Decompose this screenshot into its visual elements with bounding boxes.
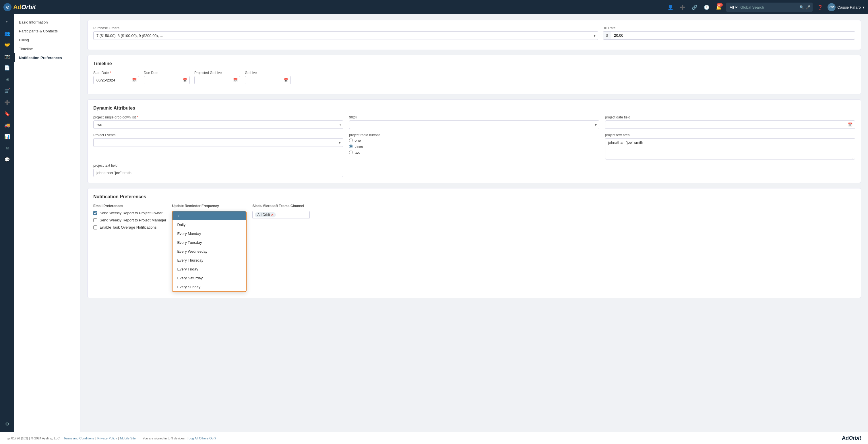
sidebar-icon-photo[interactable]: 📷 (2, 51, 12, 61)
start-date-calendar-icon[interactable]: 📅 (130, 76, 139, 84)
slack-channel-input[interactable]: Ad Orbit ✕ (252, 211, 310, 219)
radio-option-three[interactable]: three (349, 144, 599, 148)
footer-logo: AdOrbit (217, 435, 861, 441)
checkbox-weekly-manager[interactable]: Send Weekly Report to Project Manager (93, 218, 166, 222)
mic-icon[interactable]: 🎤 (806, 5, 810, 9)
radio-input-two[interactable] (349, 150, 353, 154)
dropdown-item-daily[interactable]: Daily (173, 220, 246, 229)
checkbox-input-task-overage[interactable] (93, 226, 97, 230)
help-nav-icon[interactable]: ❓ (815, 3, 825, 12)
dropdown-item-every-monday[interactable]: Every Monday (173, 229, 246, 238)
project-single-group: project single drop down list * two ▾ (93, 115, 343, 129)
radio-input-three[interactable] (349, 144, 353, 148)
add-nav-icon[interactable]: ➕ (678, 3, 687, 12)
footer-copyright: © 2024 Aysling, LLC. (31, 437, 61, 440)
sidebar-icon-settings[interactable]: ⚙ (2, 419, 12, 429)
projected-go-live-calendar-icon[interactable]: 📅 (231, 76, 240, 84)
project-text-field-input[interactable] (93, 169, 343, 177)
project-single-select-wrap: two ▾ (93, 121, 343, 129)
dropdown-item-every-wednesday[interactable]: Every Wednesday (173, 247, 246, 256)
sidebar-icon-chat[interactable]: 💬 (2, 154, 12, 165)
sidebar-icon-truck[interactable]: 🚚 (2, 120, 12, 130)
purchase-orders-dropdown-icon[interactable]: ▾ (591, 32, 598, 40)
purchase-orders-input[interactable] (94, 32, 591, 40)
project-events-dropdown-icon[interactable]: ▾ (336, 139, 343, 146)
nav-item-basic-information[interactable]: Basic Information (14, 18, 80, 27)
start-date-input[interactable] (94, 76, 130, 84)
project-events-input[interactable] (94, 139, 336, 146)
radio-input-one[interactable] (349, 139, 353, 142)
left-nav: Basic Information Participants & Contact… (14, 14, 81, 432)
checkbox-input-weekly-owner[interactable] (93, 211, 97, 215)
dropdown-item-every-thursday[interactable]: Every Thursday (173, 256, 246, 265)
nav-item-timeline[interactable]: Timeline (14, 44, 80, 53)
project-events-group: Project Events ▾ (93, 133, 343, 160)
start-date-input-wrap: 📅 (93, 76, 139, 84)
sidebar-icon-cart[interactable]: 🛒 (2, 86, 12, 96)
due-date-input-wrap: 📅 (144, 76, 190, 84)
search-icon[interactable]: 🔍 (799, 5, 804, 9)
profile-nav-icon[interactable]: 👤 (666, 3, 675, 12)
notification-nav-icon[interactable]: 🔔 99+ (714, 3, 723, 12)
project-date-input[interactable] (606, 121, 846, 129)
history-nav-icon[interactable]: 🕐 (702, 3, 711, 12)
bill-rate-input[interactable] (611, 32, 855, 39)
project-date-calendar-icon[interactable]: 📅 (846, 121, 855, 129)
update-reminder-col: Update Reminder Frequency ✓ — Daily Ever… (172, 204, 247, 292)
field-9024-label: 9024 (349, 115, 599, 119)
dropdown-item-every-friday[interactable]: Every Friday (173, 265, 246, 274)
sidebar-icon-handshake[interactable]: 🤝 (2, 40, 12, 50)
sidebar-icon-bookmark[interactable]: 🔖 (2, 108, 12, 119)
logo[interactable]: ◎ AdOrbit (3, 3, 36, 11)
nav-item-participants[interactable]: Participants & Contacts (14, 27, 80, 36)
sidebar-icon-grid[interactable]: ⊞ (2, 74, 12, 84)
footer-privacy-link[interactable]: Privacy Policy (97, 437, 117, 440)
user-name: Cassie Pataro (837, 5, 861, 9)
field-9024-wrap: ▾ (349, 121, 599, 129)
project-date-label: project date field (605, 115, 855, 119)
due-date-input[interactable] (144, 76, 180, 84)
attrs-grid: project single drop down list * two ▾ 90… (93, 115, 855, 177)
main-content: Purchase Orders ▾ Bill Rate $ Timeline (81, 14, 868, 432)
project-text-field-label: project text field (93, 164, 343, 168)
go-live-input[interactable] (245, 76, 281, 84)
field-9024-group: 9024 ▾ (349, 115, 599, 129)
sidebar-icon-add[interactable]: ➕ (2, 97, 12, 107)
sidebar-icon-document[interactable]: 📄 (2, 63, 12, 73)
search-input[interactable] (740, 5, 798, 9)
go-live-calendar-icon[interactable]: 📅 (281, 76, 290, 84)
dropdown-item-every-tuesday[interactable]: Every Tuesday (173, 238, 246, 247)
radio-option-two[interactable]: two (349, 150, 599, 155)
project-events-wrap: ▾ (93, 138, 343, 147)
due-date-calendar-icon[interactable]: 📅 (180, 76, 189, 84)
icon-sidebar: ⌂ 👥 🤝 📷 📄 ⊞ 🛒 ➕ 🔖 🚚 📊 ✉ 💬 ⚙ (0, 14, 14, 432)
project-single-select[interactable]: two (93, 121, 343, 129)
checkbox-task-overage[interactable]: Enable Task Overage Notifications (93, 225, 166, 230)
field-9024-input[interactable] (349, 121, 592, 129)
checkbox-weekly-owner[interactable]: Send Weekly Report to Project Owner (93, 211, 166, 215)
checkbox-input-weekly-manager[interactable] (93, 218, 97, 222)
user-menu[interactable]: CP Cassie Pataro ▾ (828, 3, 865, 11)
projected-go-live-input[interactable] (195, 76, 231, 84)
sidebar-icon-mail[interactable]: ✉ (2, 143, 12, 153)
search-scope-dropdown[interactable]: All (728, 5, 739, 10)
nav-item-notification-preferences[interactable]: Notification Preferences (14, 53, 80, 62)
sidebar-icon-users[interactable]: 👥 (2, 28, 12, 38)
email-prefs-col: Email Preferences Send Weekly Report to … (93, 204, 166, 231)
footer-log-out-link[interactable]: Log All Others Out? (189, 437, 216, 440)
slack-chip-remove-btn[interactable]: ✕ (271, 213, 274, 217)
dropdown-item-dash[interactable]: ✓ — (173, 211, 246, 220)
footer-terms-link[interactable]: Terms and Conditions (64, 437, 94, 440)
radio-option-one[interactable]: one (349, 138, 599, 142)
dropdown-item-every-saturday[interactable]: Every Saturday (173, 274, 246, 282)
sidebar-icon-home[interactable]: ⌂ (2, 16, 12, 27)
field-9024-dropdown-icon[interactable]: ▾ (592, 121, 599, 129)
project-date-wrap: 📅 (605, 121, 855, 129)
dropdown-item-every-sunday[interactable]: Every Sunday (173, 282, 246, 292)
footer-mobile-link[interactable]: Mobile Site (120, 437, 135, 440)
link-nav-icon[interactable]: 🔗 (690, 3, 699, 12)
slack-chip-adorbit: Ad Orbit ✕ (255, 212, 276, 217)
nav-item-billing[interactable]: Billing (14, 36, 80, 44)
sidebar-icon-chart[interactable]: 📊 (2, 131, 12, 142)
project-textarea[interactable]: johnathan "joe" smith (605, 138, 855, 160)
